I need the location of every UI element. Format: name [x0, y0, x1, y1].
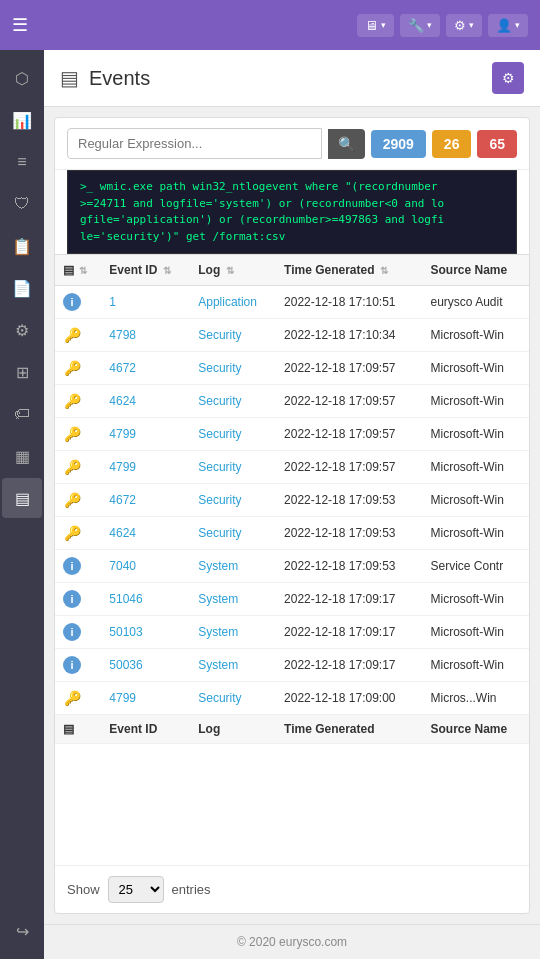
source-cell: Microsoft-Win	[422, 583, 529, 616]
log-cell[interactable]: Security	[190, 682, 276, 715]
warning-badge: 26	[432, 130, 472, 158]
source-cell: Microsoft-Win	[422, 484, 529, 517]
show-label: Show	[67, 882, 100, 897]
log-cell[interactable]: Security	[190, 319, 276, 352]
sidebar-item-org[interactable]: ⬡	[2, 58, 42, 98]
event-id-cell[interactable]: 4624	[101, 385, 190, 418]
sidebar-item-windows[interactable]: ⊞	[2, 352, 42, 392]
main-panel: 🔍 2909 26 65 >_ wmic.exe path win32_ntlo…	[54, 117, 530, 914]
col-time[interactable]: Time Generated ⇅	[276, 255, 422, 286]
source-cell: Service Contr	[422, 550, 529, 583]
top-nav: ☰ 🖥 ▾ 🔧 ▾ ⚙ ▾ 👤 ▾	[0, 0, 540, 50]
col-icon: ▤ ⇅	[55, 255, 101, 286]
log-cell[interactable]: System	[190, 550, 276, 583]
log-cell[interactable]: Application	[190, 286, 276, 319]
sidebar-item-table[interactable]: ▤	[2, 478, 42, 518]
tools-chevron: ▾	[427, 20, 432, 30]
key-icon: 🔑	[63, 326, 81, 344]
page-gear-button[interactable]: ⚙	[492, 62, 524, 94]
row-icon-cell: 🔑	[55, 484, 101, 517]
hamburger-icon[interactable]: ☰	[12, 14, 28, 36]
event-id-cell[interactable]: 4624	[101, 517, 190, 550]
source-cell: Microsoft-Win	[422, 451, 529, 484]
log-cell[interactable]: System	[190, 649, 276, 682]
log-cell[interactable]: Security	[190, 451, 276, 484]
event-id-cell[interactable]: 4799	[101, 682, 190, 715]
log-cell[interactable]: Security	[190, 418, 276, 451]
settings-button[interactable]: ⚙ ▾	[446, 14, 482, 37]
sidebar-item-list[interactable]: ≡	[2, 142, 42, 182]
sidebar-item-barcode[interactable]: ▦	[2, 436, 42, 476]
event-id-cell[interactable]: 4799	[101, 418, 190, 451]
event-id-cell[interactable]: 4798	[101, 319, 190, 352]
sidebar-item-briefcase[interactable]: 📋	[2, 226, 42, 266]
row-icon-cell: 🔑	[55, 517, 101, 550]
table-wrapper: ▤ ⇅ Event ID ⇅ Log ⇅ Time Generated ⇅ So…	[55, 254, 529, 865]
events-header-icon: ▤	[60, 66, 79, 90]
event-id-cell[interactable]: 50103	[101, 616, 190, 649]
event-id-cell[interactable]: 4799	[101, 451, 190, 484]
source-cell: Microsoft-Win	[422, 319, 529, 352]
log-cell[interactable]: System	[190, 616, 276, 649]
log-cell[interactable]: System	[190, 583, 276, 616]
log-cell[interactable]: Security	[190, 352, 276, 385]
col-icon-sort[interactable]: ▤ ⇅	[63, 263, 87, 277]
content-area: ▤ Events ⚙ 🔍 2909 26 65 >_ wmic.exe path	[44, 50, 540, 959]
page-footer: © 2020 eurysco.com	[44, 924, 540, 959]
monitor-button[interactable]: 🖥 ▾	[357, 14, 394, 37]
user-icon: 👤	[496, 18, 512, 33]
col-source[interactable]: Source Name	[422, 255, 529, 286]
info-icon: i	[63, 293, 81, 311]
event-id-cell[interactable]: 50036	[101, 649, 190, 682]
footer-col-log: Log	[190, 715, 276, 744]
log-cell[interactable]: Security	[190, 517, 276, 550]
event-id-cell[interactable]: 1	[101, 286, 190, 319]
row-icon-cell: i	[55, 583, 101, 616]
event-id-cell[interactable]: 7040	[101, 550, 190, 583]
table-header-row: ▤ ⇅ Event ID ⇅ Log ⇅ Time Generated ⇅ So…	[55, 255, 529, 286]
sidebar-item-shield[interactable]: 🛡	[2, 184, 42, 224]
source-cell: eurysco Audit	[422, 286, 529, 319]
toolbar: 🔍 2909 26 65	[55, 118, 529, 170]
footer-col-icon: ▤	[55, 715, 101, 744]
time-cell: 2022-12-18 17:09:57	[276, 451, 422, 484]
table-footer-row: ▤ Event ID Log Time Generated Source Nam…	[55, 715, 529, 744]
table-row: 🔑4624Security2022-12-18 17:09:57Microsof…	[55, 385, 529, 418]
sidebar-item-chart[interactable]: 📊	[2, 100, 42, 140]
sidebar-item-signout[interactable]: ↪	[2, 911, 42, 951]
total-badge: 2909	[371, 130, 426, 158]
source-cell: Microsoft-Win	[422, 418, 529, 451]
footer-col-source: Source Name	[422, 715, 529, 744]
monitor-chevron: ▾	[381, 20, 386, 30]
error-badge: 65	[477, 130, 517, 158]
log-cell[interactable]: Security	[190, 385, 276, 418]
table-row: 🔑4624Security2022-12-18 17:09:53Microsof…	[55, 517, 529, 550]
footer-col-time: Time Generated	[276, 715, 422, 744]
source-cell: Microsoft-Win	[422, 385, 529, 418]
sidebar-item-tag[interactable]: 🏷	[2, 394, 42, 434]
row-icon-cell: i	[55, 550, 101, 583]
search-input[interactable]	[67, 128, 322, 159]
table-row: 🔑4799Security2022-12-18 17:09:57Microsof…	[55, 451, 529, 484]
key-icon: 🔑	[63, 524, 81, 542]
col-event-id[interactable]: Event ID ⇅	[101, 255, 190, 286]
command-text: >_ wmic.exe path win32_ntlogevent where …	[80, 180, 444, 243]
sidebar-item-gear[interactable]: ⚙	[2, 310, 42, 350]
event-id-cell[interactable]: 51046	[101, 583, 190, 616]
show-select[interactable]: 10 25 50 100	[108, 876, 164, 903]
log-cell[interactable]: Security	[190, 484, 276, 517]
user-button[interactable]: 👤 ▾	[488, 14, 528, 37]
col-log[interactable]: Log ⇅	[190, 255, 276, 286]
table-row: i50103System2022-12-18 17:09:17Microsoft…	[55, 616, 529, 649]
sidebar-item-document[interactable]: 📄	[2, 268, 42, 308]
search-icon: 🔍	[338, 136, 355, 152]
time-cell: 2022-12-18 17:09:17	[276, 583, 422, 616]
page-header-left: ▤ Events	[60, 66, 150, 90]
event-id-cell[interactable]: 4672	[101, 352, 190, 385]
time-cell: 2022-12-18 17:09:53	[276, 484, 422, 517]
search-button[interactable]: 🔍	[328, 129, 365, 159]
key-icon: 🔑	[63, 359, 81, 377]
table-row: 🔑4799Security2022-12-18 17:09:57Microsof…	[55, 418, 529, 451]
event-id-cell[interactable]: 4672	[101, 484, 190, 517]
tools-button[interactable]: 🔧 ▾	[400, 14, 440, 37]
